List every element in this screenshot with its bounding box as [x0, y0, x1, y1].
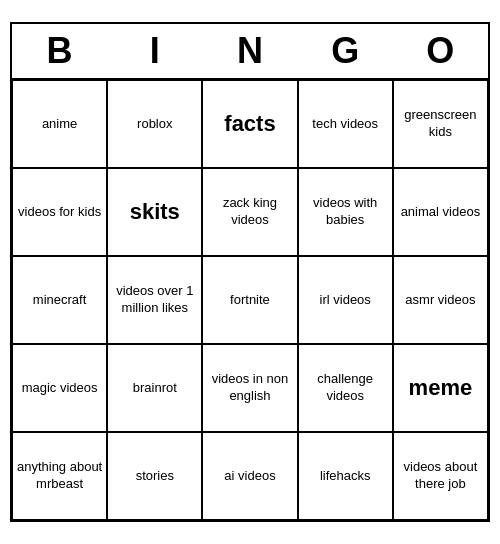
bingo-letter-I: I — [111, 30, 199, 72]
bingo-cell-19: meme — [393, 344, 488, 432]
bingo-cell-10: minecraft — [12, 256, 107, 344]
bingo-letter-G: G — [301, 30, 389, 72]
bingo-cell-12: fortnite — [202, 256, 297, 344]
bingo-cell-13: irl videos — [298, 256, 393, 344]
bingo-cell-2: facts — [202, 80, 297, 168]
bingo-cell-15: magic videos — [12, 344, 107, 432]
bingo-cell-24: videos about there job — [393, 432, 488, 520]
bingo-cell-1: roblox — [107, 80, 202, 168]
bingo-letter-O: O — [396, 30, 484, 72]
bingo-cell-18: challenge videos — [298, 344, 393, 432]
bingo-cell-16: brainrot — [107, 344, 202, 432]
bingo-cell-21: stories — [107, 432, 202, 520]
bingo-grid: animerobloxfactstech videosgreenscreen k… — [12, 78, 488, 520]
bingo-cell-8: videos with babies — [298, 168, 393, 256]
bingo-cell-9: animal videos — [393, 168, 488, 256]
bingo-cell-14: asmr videos — [393, 256, 488, 344]
bingo-cell-22: ai videos — [202, 432, 297, 520]
bingo-header: BINGO — [12, 24, 488, 78]
bingo-cell-5: videos for kids — [12, 168, 107, 256]
bingo-cell-0: anime — [12, 80, 107, 168]
bingo-cell-7: zack king videos — [202, 168, 297, 256]
bingo-letter-N: N — [206, 30, 294, 72]
bingo-cell-23: lifehacks — [298, 432, 393, 520]
bingo-cell-17: videos in non english — [202, 344, 297, 432]
bingo-cell-6: skits — [107, 168, 202, 256]
bingo-cell-20: anything about mrbeast — [12, 432, 107, 520]
bingo-letter-B: B — [16, 30, 104, 72]
bingo-card: BINGO animerobloxfactstech videosgreensc… — [10, 22, 490, 522]
bingo-cell-4: greenscreen kids — [393, 80, 488, 168]
bingo-cell-3: tech videos — [298, 80, 393, 168]
bingo-cell-11: videos over 1 million likes — [107, 256, 202, 344]
